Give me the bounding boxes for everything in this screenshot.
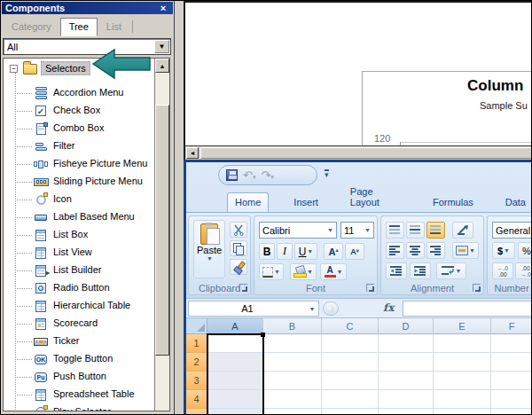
cell-D3[interactable] xyxy=(379,372,434,390)
cell-A4[interactable] xyxy=(207,390,263,409)
cell-C4[interactable] xyxy=(322,390,379,409)
dialog-launcher-icon[interactable] xyxy=(473,284,481,292)
cell-A5[interactable] xyxy=(207,409,263,414)
tree-item-filter[interactable]: Filter xyxy=(4,137,154,155)
font-family-dropdown[interactable]: Calibri ▼ xyxy=(259,222,337,239)
tree-item-icon[interactable]: Icon xyxy=(4,191,154,208)
tree-item-list-view[interactable]: List View xyxy=(4,244,154,262)
save-icon[interactable] xyxy=(226,169,238,181)
grow-font-button[interactable]: A▴ xyxy=(324,243,343,260)
cell-D4[interactable] xyxy=(379,390,434,409)
cell-B1[interactable] xyxy=(263,334,322,353)
row-header-4[interactable]: 4 xyxy=(186,390,207,409)
increase-decimal-button[interactable]: ←.0.00 xyxy=(492,262,513,279)
font-color-button[interactable]: A▼ xyxy=(320,263,347,280)
bold-button[interactable]: B xyxy=(259,243,275,260)
tree-item-list-box[interactable]: List Box xyxy=(4,226,154,244)
cell-E2[interactable] xyxy=(434,353,491,372)
row-header-1[interactable]: 1 xyxy=(186,334,207,353)
number-format-dropdown[interactable]: General xyxy=(492,222,532,239)
align-right-button[interactable] xyxy=(426,242,445,259)
cell-F5[interactable] xyxy=(491,409,532,414)
cell-B4[interactable] xyxy=(263,390,322,409)
tab-list[interactable]: List xyxy=(98,18,130,36)
tree-item-check-box[interactable]: ✓Check Box xyxy=(4,102,154,120)
column-header-e[interactable]: E xyxy=(434,318,491,334)
tree-item-sliding-picture-menu[interactable]: Sliding Picture Menu xyxy=(4,173,154,191)
select-all-corner[interactable] xyxy=(186,318,207,334)
fill-handle[interactable] xyxy=(261,333,265,337)
name-box[interactable]: A1 ▼ xyxy=(188,301,319,317)
tree-item-accordion-menu[interactable]: Accordion Menu xyxy=(4,84,154,102)
shrink-font-button[interactable]: A▾ xyxy=(345,243,364,260)
scroll-left-icon[interactable]: ◄ xyxy=(186,147,199,159)
tree-item-ticker[interactable]: ‹›Ticker xyxy=(4,333,154,350)
canvas-scrollbar-thumb[interactable] xyxy=(200,147,532,159)
chevron-down-icon[interactable]: ▼ xyxy=(306,306,318,312)
merge-center-button[interactable]: ▼ xyxy=(452,242,479,259)
format-painter-button[interactable] xyxy=(230,259,247,275)
column-header-c[interactable]: C xyxy=(322,318,379,334)
cell-D2[interactable] xyxy=(379,353,434,372)
row-header-5[interactable]: 5 xyxy=(186,409,207,414)
fill-color-button[interactable]: ▼ xyxy=(290,263,317,280)
tree-item-scorecard[interactable]: Scorecard xyxy=(4,315,154,333)
tree-item-push-button[interactable]: PuPush Button xyxy=(4,368,154,386)
wrap-text-button[interactable]: ▼ xyxy=(436,262,466,279)
font-size-dropdown[interactable]: 11 ▼ xyxy=(340,222,374,239)
tree-item-label-based-menu[interactable]: Label Based Menu xyxy=(4,208,154,226)
align-bottom-button[interactable] xyxy=(426,222,445,239)
cell-B3[interactable] xyxy=(263,372,322,390)
cell-C5[interactable] xyxy=(322,409,379,414)
cut-button[interactable] xyxy=(230,222,247,238)
row-header-2[interactable]: 2 xyxy=(186,353,207,372)
italic-button[interactable]: I xyxy=(277,243,293,260)
increase-indent-button[interactable] xyxy=(410,262,431,279)
borders-button[interactable]: ▼ xyxy=(259,263,284,280)
dialog-launcher-icon[interactable] xyxy=(366,284,374,292)
tree-item-hierarchical-table[interactable]: Hierarchical Table xyxy=(4,297,154,315)
tree-item-list-builder[interactable]: ▸List Builder xyxy=(4,262,154,279)
column-header-b[interactable]: B xyxy=(263,318,322,334)
scrollbar-thumb[interactable] xyxy=(155,105,169,356)
cell-C2[interactable] xyxy=(322,353,379,372)
collapse-icon[interactable]: − xyxy=(10,65,18,73)
copy-button[interactable] xyxy=(230,240,247,256)
tree-root-label[interactable]: Selectors xyxy=(41,61,90,75)
canvas-horizontal-scrollbar[interactable]: ◄ xyxy=(184,145,532,160)
cell-A2[interactable] xyxy=(207,353,263,372)
align-left-button[interactable] xyxy=(386,242,404,259)
column-header-f[interactable]: F xyxy=(491,318,532,334)
close-icon[interactable]: × xyxy=(157,3,169,13)
cell-C3[interactable] xyxy=(322,372,379,390)
formula-input[interactable] xyxy=(403,301,532,317)
cell-C1[interactable] xyxy=(322,334,379,353)
percent-button[interactable]: % xyxy=(518,242,532,259)
orientation-button[interactable] xyxy=(452,222,473,239)
cell-D1[interactable] xyxy=(379,334,434,353)
column-header-d[interactable]: D xyxy=(379,318,434,334)
cell-D5[interactable] xyxy=(379,409,434,414)
paste-button[interactable]: Paste ▼ xyxy=(193,220,225,278)
cell-F1[interactable] xyxy=(491,334,532,353)
cell-A3[interactable] xyxy=(207,372,263,390)
ribbon-tab-page-layout[interactable]: Page Layout xyxy=(343,183,408,212)
tree-item-radio-button[interactable]: Radio Button xyxy=(4,279,154,297)
tree-item-spreadsheet-table[interactable]: Spreadsheet Table xyxy=(4,386,154,403)
column-header-a[interactable]: A xyxy=(207,318,263,334)
cell-E4[interactable] xyxy=(434,390,491,409)
decrease-decimal-button[interactable]: .00→.0 xyxy=(515,262,532,279)
align-center-button[interactable] xyxy=(406,242,425,259)
cell-B5[interactable] xyxy=(263,409,322,414)
tab-tree[interactable]: Tree xyxy=(60,18,98,36)
ribbon-tab-data[interactable]: Data xyxy=(498,193,532,212)
cell-F2[interactable] xyxy=(491,353,532,372)
undo-button[interactable]: ↶▾ xyxy=(243,169,255,181)
dialog-launcher-icon[interactable] xyxy=(239,284,247,292)
design-canvas[interactable]: Column Sample Su 120 xyxy=(184,1,532,145)
cell-E3[interactable] xyxy=(434,372,491,390)
cell-F3[interactable] xyxy=(491,372,532,390)
tree-item-play-selector[interactable]: ▶Play Selector xyxy=(4,403,154,411)
cell-B2[interactable] xyxy=(263,353,322,372)
tree-scrollbar[interactable]: ▲ xyxy=(154,59,169,411)
